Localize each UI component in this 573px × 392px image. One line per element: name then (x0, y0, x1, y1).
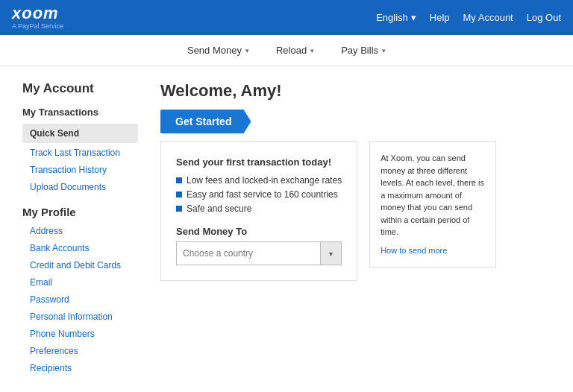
subnav-pay-bills[interactable]: Pay Bills ▾ (328, 35, 399, 66)
info-box: At Xoom, you can send money at three dif… (369, 141, 496, 268)
get-started-label: Get Started (175, 116, 231, 127)
logo-paypal-sub: A PayPal Service (12, 22, 63, 30)
country-select[interactable]: Choose a country (177, 248, 320, 259)
my-account-link[interactable]: My Account (463, 12, 513, 23)
card-bullet-2: Easy and fast service to 160 countries (176, 189, 342, 200)
info-box-text: At Xoom, you can send money at three dif… (381, 154, 484, 236)
card-bullet-list: Low fees and locked-in exchange rates Ea… (176, 175, 342, 214)
subnav-send-money-arrow: ▾ (245, 47, 249, 54)
sidebar-recipients[interactable]: Recipients (22, 361, 138, 375)
card-heading: Send your first transaction today! (176, 157, 342, 168)
card-bullet-text-3: Safe and secure (187, 203, 251, 214)
sidebar-track-last-transaction[interactable]: Track Last Transaction (22, 146, 138, 159)
subnav: Send Money ▾ Reload ▾ Pay Bills ▾ (0, 35, 573, 66)
language-dropdown-arrow: ▾ (411, 12, 416, 23)
logout-link[interactable]: Log Out (527, 12, 561, 23)
sidebar-profile-title: My Profile (22, 206, 138, 218)
sidebar-upload-documents[interactable]: Upload Documents (22, 180, 138, 194)
subnav-reload-arrow: ▾ (310, 47, 314, 54)
sidebar-address[interactable]: Address (22, 224, 138, 238)
header: xoom A PayPal Service English ▾ Help My … (0, 0, 573, 35)
logo-xoom: xoom (12, 5, 59, 22)
welcome-heading: Welcome, Amy! (160, 81, 551, 101)
sidebar-title: My Account (22, 81, 138, 96)
card-bullet-text-2: Easy and fast service to 160 countries (187, 189, 338, 200)
send-money-to-label: Send Money To (176, 226, 342, 237)
help-link[interactable]: Help (430, 12, 450, 23)
country-select-wrapper[interactable]: Choose a country ▾ (176, 241, 342, 265)
sidebar-bank-accounts[interactable]: Bank Accounts (22, 241, 138, 255)
bullet-icon-1 (176, 177, 182, 183)
sidebar-preferences[interactable]: Preferences (22, 344, 138, 358)
subnav-reload[interactable]: Reload ▾ (263, 35, 328, 66)
language-selector[interactable]: English ▾ (376, 12, 416, 23)
sidebar-personal-information[interactable]: Personal Information (22, 310, 138, 323)
subnav-pay-bills-arrow: ▾ (382, 47, 386, 54)
subnav-reload-label: Reload (276, 45, 307, 56)
card-bullet-3: Safe and secure (176, 203, 342, 214)
sidebar-credit-debit-cards[interactable]: Credit and Debit Cards (22, 259, 138, 272)
header-nav: English ▾ Help My Account Log Out (376, 12, 561, 23)
logo: xoom A PayPal Service (12, 5, 63, 30)
sidebar: My Account My Transactions Quick Send Tr… (22, 81, 153, 379)
card-bullet-1: Low fees and locked-in exchange rates (176, 175, 342, 186)
subnav-send-money-label: Send Money (187, 45, 242, 56)
sidebar-transactions-title: My Transactions (22, 107, 138, 118)
content-row: Send your first transaction today! Low f… (160, 141, 551, 281)
sidebar-email[interactable]: Email (22, 276, 138, 289)
sidebar-transaction-history[interactable]: Transaction History (22, 163, 138, 177)
bullet-icon-3 (176, 206, 182, 212)
subnav-send-money[interactable]: Send Money ▾ (174, 35, 263, 66)
bullet-icon-2 (176, 192, 182, 197)
subnav-pay-bills-label: Pay Bills (341, 45, 378, 56)
content-area: Welcome, Amy! Get Started Send your firs… (153, 81, 551, 379)
language-label: English (376, 12, 408, 23)
select-arrow-button[interactable]: ▾ (320, 242, 341, 265)
info-box-link[interactable]: How to send more (381, 244, 485, 257)
get-started-button[interactable]: Get Started (160, 110, 251, 133)
sidebar-password[interactable]: Password (22, 293, 138, 306)
sidebar-quick-send[interactable]: Quick Send (22, 124, 138, 143)
main-container: My Account My Transactions Quick Send Tr… (0, 66, 573, 392)
card-bullet-text-1: Low fees and locked-in exchange rates (187, 175, 342, 186)
sidebar-phone-numbers[interactable]: Phone Numbers (22, 327, 138, 341)
transaction-card: Send your first transaction today! Low f… (160, 141, 357, 281)
